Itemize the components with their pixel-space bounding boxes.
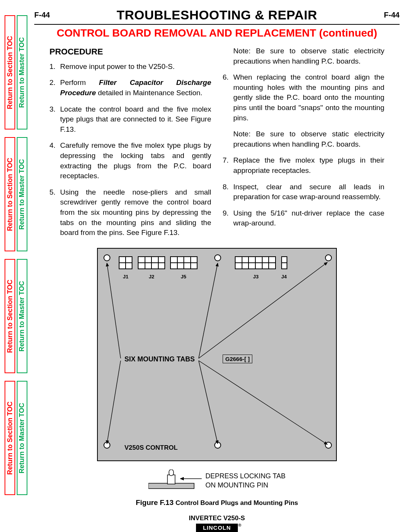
- step-9: Using the 5/16" nut-driver replace the c…: [223, 208, 384, 228]
- page-header: F-44 TROUBLESHOOTING & REPAIR F-44: [34, 8, 400, 25]
- return-section-toc-link[interactable]: Return to Section TOC: [5, 15, 15, 129]
- mounting-hole: [325, 254, 332, 261]
- mounting-pin-icon: [148, 470, 202, 492]
- page-number-right: F-44: [384, 11, 400, 19]
- mounting-pin-caption: DEPRESS LOCKING TAB ON MOUNTING PIN: [206, 472, 285, 490]
- nav-label: Return to Section TOC: [6, 158, 14, 231]
- nav-label: Return to Master TOC: [18, 159, 26, 230]
- page-content: F-44 TROUBLESHOOTING & REPAIR F-44 CONTR…: [34, 8, 400, 532]
- procedure-list-left: Remove input power to the V250-S. Perfor…: [49, 62, 211, 238]
- return-section-toc-link[interactable]: Return to Section TOC: [5, 137, 15, 251]
- nav-label: Return to Section TOC: [6, 36, 14, 109]
- procedure-columns: PROCEDURE Remove input power to the V250…: [34, 46, 400, 244]
- step-1: Remove input power to the V250-S.: [49, 62, 211, 72]
- lincoln-electric-logo: LINCOLN ELECTRIC: [196, 524, 238, 532]
- note-text: Note: Be sure to observe static electric…: [223, 129, 384, 149]
- return-master-toc-link[interactable]: Return to Master TOC: [17, 15, 27, 129]
- nav-label: Return to Section TOC: [6, 280, 14, 353]
- step-3: Locate the control board and the five mo…: [49, 104, 211, 135]
- part-number-box: G2666-[ ]: [223, 355, 252, 363]
- page-number-left: F-44: [34, 11, 50, 19]
- step-2: Perform Filter Capacitor Discharge Proce…: [49, 78, 211, 98]
- connector-label: J4: [281, 274, 287, 280]
- mounting-hole: [214, 442, 221, 449]
- step-7: Replace the five molex type plugs in the…: [223, 155, 384, 176]
- page-title: TROUBLESHOOTING & REPAIR: [116, 8, 317, 22]
- figure-caption: Figure F.13 Control Board Plugs and Moun…: [97, 498, 337, 507]
- board-name-label: V250S CONTROL: [124, 444, 178, 452]
- procedure-list-right-cont: Replace the five molex type plugs in the…: [223, 155, 384, 228]
- return-master-toc-link[interactable]: Return to Master TOC: [17, 137, 27, 251]
- figure-f13: J1 J2 J5 J3 J4 SIX MOUNTING TABS G2666-[…: [97, 248, 337, 507]
- step-8: Inspect, clear and secure all leads in p…: [223, 182, 384, 202]
- step-6: When replacing the control board align t…: [223, 72, 384, 123]
- right-column: Note: Be sure to observe static electric…: [223, 46, 384, 244]
- left-column: PROCEDURE Remove input power to the V250…: [49, 46, 211, 244]
- return-section-toc-link[interactable]: Return to Section TOC: [5, 381, 15, 495]
- procedure-list-right: When replacing the control board align t…: [223, 72, 384, 123]
- page-subtitle: CONTROL BOARD REMOVAL AND REPLACEMENT (c…: [34, 27, 400, 39]
- model-label: INVERTEC V250-S: [34, 514, 400, 522]
- nav-label: Return to Master TOC: [18, 403, 26, 473]
- nav-label: Return to Section TOC: [6, 401, 14, 475]
- connector-label: J1: [123, 274, 128, 280]
- mounting-pin-illustration: DEPRESS LOCKING TAB ON MOUNTING PIN: [97, 470, 337, 492]
- connector-label: J3: [253, 274, 258, 280]
- return-section-toc-link[interactable]: Return to Section TOC: [5, 259, 15, 373]
- connector-label: J2: [149, 274, 154, 280]
- svg-rect-2: [169, 470, 174, 476]
- page-footer: INVERTEC V250-S LINCOLN ELECTRIC: [34, 514, 400, 532]
- control-board-diagram: J1 J2 J5 J3 J4 SIX MOUNTING TABS G2666-[…: [97, 248, 337, 461]
- mounting-hole: [325, 442, 332, 449]
- connector-j3: [235, 256, 276, 269]
- step-5: Using the needle nose-pliers and small s…: [49, 187, 211, 238]
- return-master-toc-link[interactable]: Return to Master TOC: [17, 381, 27, 495]
- return-master-toc-link[interactable]: Return to Master TOC: [17, 259, 27, 373]
- logo-top: LINCOLN: [196, 524, 238, 532]
- mounting-hole: [104, 442, 110, 449]
- nav-label: Return to Master TOC: [18, 37, 26, 108]
- mounting-hole: [104, 254, 110, 261]
- connector-j2: [138, 256, 165, 269]
- connector-j5: [170, 256, 198, 269]
- mounting-tabs-label: SIX MOUNTING TABS: [124, 355, 195, 363]
- step-4: Carefully remove the five molex type plu…: [49, 141, 211, 181]
- svg-rect-1: [167, 475, 175, 484]
- note-text: Note: Be sure to observe static electric…: [223, 46, 384, 66]
- nav-label: Return to Master TOC: [18, 281, 26, 351]
- connector-label: J5: [181, 274, 186, 280]
- mounting-hole: [214, 254, 221, 261]
- connector-j1: [119, 256, 132, 269]
- procedure-heading: PROCEDURE: [49, 46, 211, 58]
- connector-j4: [281, 256, 287, 269]
